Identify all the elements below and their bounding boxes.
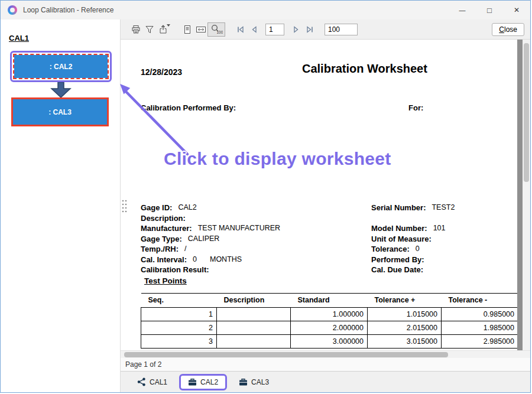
- detail-row: Gage ID:CAL2 Serial Number:TEST2: [141, 203, 514, 213]
- share-icon: [137, 377, 146, 386]
- performed-by-label: Calibration Performed By:: [141, 103, 236, 112]
- previous-page-button[interactable]: [247, 22, 261, 37]
- tab-cal1[interactable]: CAL1: [137, 377, 167, 386]
- zoom-level-input[interactable]: [325, 24, 358, 35]
- page-number-input[interactable]: [265, 24, 284, 35]
- report-page: 12/28/2023 Calibration Worksheet Calibra…: [121, 40, 517, 350]
- table-row: 3 3.000000 3.015000 2.985000: [141, 335, 518, 349]
- field-value: 101: [433, 223, 446, 234]
- close-icon: ✕: [514, 6, 520, 14]
- last-page-button[interactable]: [303, 22, 316, 37]
- table-header-row: Seq. Description Standard Tolerance + To…: [141, 294, 518, 308]
- table-cell: 0.985000: [442, 308, 518, 321]
- table-row: 2 2.000000 2.015000 1.985000: [141, 321, 518, 335]
- minimize-button[interactable]: —: [449, 1, 476, 19]
- splitter-grip[interactable]: [121, 199, 127, 213]
- detail-row: Description:: [141, 213, 514, 224]
- app-logo-icon: [8, 5, 17, 15]
- loop-node-cal2[interactable]: : CAL2: [14, 55, 108, 78]
- node-label: : CAL3: [48, 108, 72, 116]
- close-button[interactable]: Close: [492, 23, 524, 36]
- down-arrow-icon: [50, 82, 72, 97]
- next-page-button[interactable]: [289, 22, 303, 37]
- tab-label: CAL2: [200, 378, 218, 386]
- report-date: 12/28/2023: [141, 67, 182, 77]
- minimize-icon: —: [459, 6, 466, 14]
- last-page-icon: [306, 25, 314, 34]
- field-label: Manufacturer:: [141, 223, 192, 234]
- loop-node-cal3[interactable]: : CAL3: [11, 97, 109, 126]
- tab-label: CAL1: [150, 378, 167, 386]
- table-cell: 2: [141, 321, 217, 335]
- field-label: Tolerance:: [371, 244, 410, 255]
- field-label: Cal. Due Date:: [371, 265, 423, 275]
- selected-node-dashed-border: : CAL2: [13, 54, 109, 79]
- filter-button[interactable]: [142, 22, 156, 37]
- table-cell: 1.000000: [291, 308, 368, 321]
- field-label: Gage ID:: [141, 203, 172, 213]
- printer-icon: [131, 25, 141, 34]
- export-button[interactable]: [156, 22, 170, 37]
- field-label: Performed By:: [371, 255, 424, 265]
- table-cell: [217, 321, 291, 335]
- window-controls: — □ ✕: [449, 1, 530, 19]
- table-cell: [217, 335, 291, 349]
- previous-page-icon: [250, 25, 258, 34]
- maximize-button[interactable]: □: [476, 1, 503, 19]
- horizontal-scrollbar-thumb[interactable]: [124, 352, 448, 357]
- zoom-100-icon: 100: [210, 24, 223, 34]
- title-bar: Loop Calibration - Reference — □ ✕: [1, 1, 530, 19]
- tab-cal3[interactable]: CAL3: [239, 378, 269, 386]
- table-cell: 2.000000: [291, 321, 368, 335]
- detail-row: Temp./RH:/ Tolerance:0: [141, 244, 514, 255]
- loop-root-cal1[interactable]: CAL1: [9, 34, 29, 43]
- page-indicator: Page 1 of 2: [125, 360, 161, 369]
- flow-arrow-container: [9, 82, 113, 97]
- field-value: /: [184, 244, 186, 255]
- page-width-icon: [196, 25, 206, 34]
- col-header-description: Description: [217, 294, 291, 308]
- field-label: Serial Number:: [371, 203, 426, 213]
- funnel-icon: [145, 25, 154, 34]
- field-value: CALIPER: [188, 234, 220, 245]
- worksheet-tabbar: CAL1 CAL2 CAL3: [121, 371, 530, 392]
- table-cell: 1: [141, 308, 217, 321]
- gage-details: Gage ID:CAL2 Serial Number:TEST2 Descrip…: [141, 203, 514, 275]
- worksheet-icon: [239, 378, 248, 386]
- field-value: TEST2: [432, 203, 455, 213]
- table-cell: 3.015000: [368, 335, 442, 349]
- print-button[interactable]: [129, 22, 142, 37]
- field-label: Calibration Result:: [141, 265, 209, 275]
- page-width-button[interactable]: [194, 22, 207, 37]
- col-header-tolerance-minus: Tolerance -: [442, 294, 518, 308]
- maximize-icon: □: [487, 6, 492, 15]
- field-value: CAL2: [178, 203, 196, 213]
- first-page-icon: [236, 25, 245, 34]
- col-header-tolerance-plus: Tolerance +: [368, 294, 442, 308]
- close-window-button[interactable]: ✕: [503, 1, 530, 19]
- report-title: Calibration Worksheet: [302, 62, 427, 76]
- test-points-heading: Test Points: [144, 276, 187, 285]
- report-viewer: 100: [120, 19, 530, 392]
- detail-row: Manufacturer:TEST MANUFACTURER Model Num…: [141, 223, 514, 234]
- window-title: Loop Calibration - Reference: [23, 6, 113, 14]
- table-cell: 1.015000: [368, 308, 442, 321]
- detail-row: Gage Type:CALIPER Unit of Measure:: [141, 234, 514, 245]
- field-label: Unit of Measure:: [371, 234, 432, 245]
- field-label: Temp./RH:: [141, 244, 179, 255]
- tab-label: CAL3: [251, 378, 269, 386]
- horizontal-scrollbar[interactable]: [121, 350, 530, 358]
- document-map-button[interactable]: [180, 22, 194, 37]
- field-value: 0: [416, 244, 420, 255]
- vertical-scrollbar[interactable]: [523, 40, 530, 350]
- export-dropdown-caret-icon: [167, 24, 170, 27]
- field-label: Description:: [141, 213, 186, 224]
- tab-cal2[interactable]: CAL2: [188, 378, 218, 386]
- worksheet-icon: [188, 378, 197, 386]
- first-page-button[interactable]: [233, 22, 247, 37]
- zoom-100-button[interactable]: 100: [207, 22, 225, 37]
- loop-diagram-panel: CAL1 : CAL2 : CAL3: [1, 19, 120, 392]
- for-label: For:: [408, 103, 423, 112]
- vertical-scrollbar-thumb[interactable]: [524, 43, 529, 182]
- col-header-seq: Seq.: [141, 294, 217, 308]
